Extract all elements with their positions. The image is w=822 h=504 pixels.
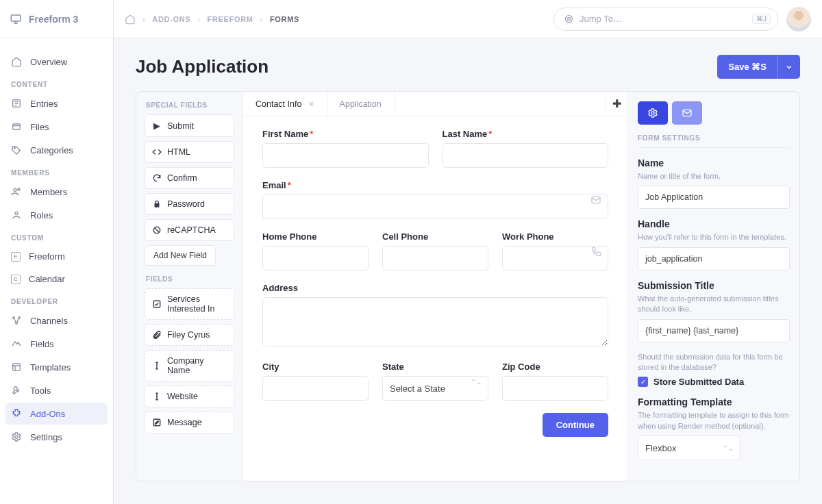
user-icon [11, 210, 22, 220]
breadcrumb: › ADD-ONS › FREEFORM › FORMS [125, 14, 299, 25]
label-last-name: Last Name* [443, 129, 609, 139]
tab-application[interactable]: Application [327, 92, 395, 116]
last-name-input[interactable] [443, 143, 609, 168]
form-settings-button[interactable] [638, 101, 668, 125]
sidebar-item-settings[interactable]: Settings [5, 426, 108, 448]
label-address: Address [262, 283, 608, 293]
check-icon: ✓ [638, 377, 648, 387]
field-password[interactable]: Password [145, 193, 234, 215]
gear-icon [11, 431, 22, 442]
address-input[interactable] [262, 297, 608, 346]
target-icon [564, 14, 574, 24]
crumb-addons[interactable]: ADD-ONS [152, 15, 190, 23]
zip-input[interactable] [502, 376, 608, 401]
field-html[interactable]: HTML [145, 141, 234, 163]
templates-icon [11, 362, 22, 373]
svg-rect-0 [11, 15, 21, 21]
cell-phone-input[interactable] [382, 246, 488, 270]
badge-icon: C [11, 275, 21, 284]
field-recaptcha[interactable]: reCAPTCHA [145, 219, 234, 241]
crumb-freeform[interactable]: FREEFORM [208, 15, 253, 23]
sidebar-item-overview[interactable]: Overview [5, 51, 108, 73]
channels-icon [11, 315, 22, 326]
sidebar-item-templates[interactable]: Templates [5, 356, 108, 378]
play-icon: ▶ [152, 121, 162, 131]
sidebar-item-channels[interactable]: Channels [5, 310, 108, 331]
form-notifications-button[interactable] [672, 101, 702, 125]
sidebar-group-developer: DEVELOPER [5, 291, 108, 310]
sidebar-item-addons[interactable]: Add-Ons [5, 403, 108, 425]
settings-subtitle-help: What the auto-generated submission title… [638, 294, 790, 315]
product-name: Freeform 3 [29, 14, 78, 25]
close-icon[interactable]: × [308, 99, 314, 110]
field-website[interactable]: Website [145, 386, 234, 407]
sidebar-item-files[interactable]: Files [5, 116, 108, 138]
search-input[interactable] [580, 14, 747, 24]
tab-contact-info[interactable]: Contact Info× [243, 92, 327, 116]
home-icon[interactable] [125, 14, 136, 25]
settings-subtitle-input[interactable] [638, 319, 790, 342]
edit-icon [152, 418, 162, 427]
field-confirm[interactable]: Confirm [145, 167, 234, 189]
phone-icon [591, 246, 601, 256]
settings-subtitle-label: Submission Title [638, 280, 790, 291]
settings-name-label: Name [638, 158, 790, 168]
entries-icon [11, 98, 22, 109]
field-message[interactable]: Message [145, 412, 234, 433]
sidebar-group-custom: CUSTOM [5, 227, 108, 246]
email-input[interactable] [262, 194, 608, 219]
svg-point-18 [651, 112, 654, 114]
label-work-phone: Work Phone [502, 231, 608, 242]
field-filey[interactable]: Filey Cyrus [145, 324, 234, 346]
sidebar-item-fields[interactable]: Fields [5, 333, 108, 355]
svg-point-5 [18, 188, 20, 190]
svg-point-12 [566, 16, 573, 23]
tag-icon [11, 144, 22, 155]
svg-point-13 [568, 18, 571, 21]
sidebar-item-tools[interactable]: Tools [5, 379, 108, 401]
svg-point-6 [15, 212, 18, 214]
addon-icon [11, 408, 22, 419]
jump-to-search[interactable]: ⌘J [553, 8, 778, 31]
special-fields-title: SPECIAL FIELDS [136, 101, 242, 114]
settings-name-input[interactable] [638, 186, 790, 209]
svg-point-4 [14, 188, 16, 191]
svg-rect-16 [153, 419, 160, 425]
sidebar-item-calendar[interactable]: CCalendar [5, 268, 108, 290]
crumb-forms[interactable]: FORMS [270, 15, 299, 23]
continue-button[interactable]: Continue [543, 413, 608, 437]
field-submit[interactable]: ▶Submit [145, 114, 234, 137]
save-more-button[interactable] [777, 55, 800, 79]
text-cursor-icon [152, 392, 162, 401]
settings-handle-label: Handle [638, 218, 790, 229]
add-new-field-button[interactable]: Add New Field [145, 245, 216, 266]
settings-handle-input[interactable] [638, 247, 790, 270]
field-company[interactable]: Company Name [145, 350, 234, 381]
first-name-input[interactable] [262, 143, 429, 168]
sidebar-item-categories[interactable]: Categories [5, 139, 108, 161]
sidebar-group-content: CONTENT [5, 74, 108, 92]
settings-name-help: Name or title of the form. [638, 171, 790, 181]
form-settings-title: FORM SETTINGS [638, 134, 790, 142]
sidebar-item-entries[interactable]: Entries [5, 92, 108, 114]
home-icon [11, 56, 22, 67]
sidebar-item-members[interactable]: Members [5, 181, 108, 203]
chevron-updown-icon: ⌃⌄ [723, 444, 734, 452]
city-input[interactable] [262, 376, 369, 401]
tools-icon [11, 385, 22, 396]
users-icon [11, 186, 22, 197]
save-button[interactable]: Save ⌘S [717, 55, 777, 79]
avatar[interactable] [786, 7, 811, 32]
svg-point-3 [14, 147, 15, 149]
monitor-icon [10, 13, 22, 25]
sidebar-item-freeform[interactable]: FFreeform [5, 246, 108, 267]
home-phone-input[interactable] [262, 246, 369, 270]
store-data-checkbox[interactable]: ✓ Store Submitted Data [638, 377, 790, 387]
sidebar-item-roles[interactable]: Roles [5, 204, 108, 226]
product-brand: Freeform 3 [0, 0, 113, 38]
svg-rect-2 [13, 124, 21, 129]
ban-icon [152, 225, 162, 235]
add-tab-button[interactable]: ✚ [606, 92, 627, 116]
checkbox-icon [152, 299, 162, 309]
field-services[interactable]: Services Interested In [145, 288, 234, 320]
